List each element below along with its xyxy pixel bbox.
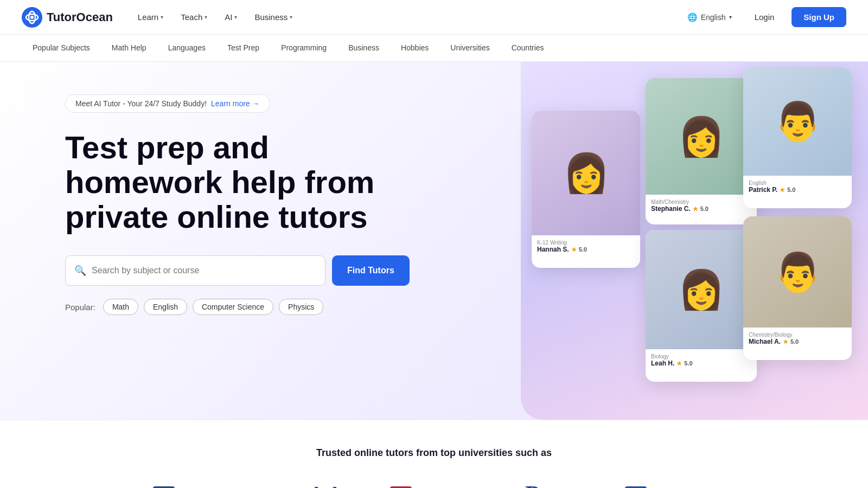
uni-logo-melbourne: 🏛 The University of MELBOURNE — [625, 486, 715, 489]
login-button[interactable]: Login — [746, 8, 783, 26]
hero-section: Meet AI Tutor - Your 24/7 Study Buddy! L… — [0, 62, 868, 420]
chevron-down-icon: ▾ — [161, 14, 163, 20]
popular-label: Popular: — [65, 303, 95, 312]
signup-button[interactable]: Sign Up — [792, 7, 846, 27]
uni-logo-penn: Penn UNIVERSITY OF PENNSYLVANIA — [510, 480, 592, 488]
hero-title: Test prep and homework help from private… — [65, 130, 401, 234]
tutor-badge-hannah: K-12 Writing Hannah S. ★ 5.0 — [532, 235, 640, 258]
tutor-photo-leah: 👩 — [646, 230, 757, 349]
subnav-business[interactable]: Business — [337, 35, 390, 62]
tutor-card-stephanie: 👩 Math/Chemistry Stephanie C. ★ 5.0 — [646, 78, 757, 224]
tutor-cards-area: 👩 K-12 Writing Hannah S. ★ 5.0 👩 Math/Ch… — [521, 62, 868, 420]
chevron-down-icon: ▾ — [234, 14, 237, 20]
tutor-badge-stephanie: Math/Chemistry Stephanie C. ★ 5.0 — [646, 195, 757, 217]
tutor-photo-stephanie: 👩 — [646, 78, 757, 195]
tutor-name-michael: Michael A. ★ 5.0 — [749, 338, 846, 345]
uni-logo-berkeley: Berkeley UNIVERSITY OF CALIFORNIA — [283, 484, 357, 489]
universities-title: Trusted online tutors from top universit… — [22, 447, 846, 459]
berkeley-main: Berkeley — [283, 484, 357, 489]
logo-icon — [22, 7, 42, 28]
uni-logos-row: U University of TORONTO Berkeley UNIVERS… — [22, 480, 846, 488]
chevron-down-icon: ▾ — [729, 14, 732, 20]
tutor-badge-leah: Biology Leah H. ★ 5.0 — [646, 349, 757, 371]
ai-banner-text: Meet AI Tutor - Your 24/7 Study Buddy! — [75, 99, 207, 108]
ai-banner-link[interactable]: Learn more → — [211, 99, 259, 108]
search-input[interactable] — [92, 266, 316, 275]
tutor-photo-michael: 👨 — [743, 216, 852, 328]
tutor-subject-stephanie: Math/Chemistry — [651, 199, 751, 205]
tutor-name-hannah: Hannah S. ★ 5.0 — [537, 246, 635, 253]
popular-tag-math[interactable]: Math — [103, 299, 138, 315]
chevron-down-icon: ▾ — [205, 14, 207, 20]
subnav-hobbies[interactable]: Hobbies — [390, 35, 439, 62]
language-selector[interactable]: 🌐 English ▾ — [682, 9, 737, 25]
tutor-badge-patrick: English Patrick P. ★ 5.0 — [743, 176, 852, 198]
tutor-subject-hannah: K-12 Writing — [537, 240, 635, 246]
tutor-card-hannah: 👩 K-12 Writing Hannah S. ★ 5.0 — [532, 111, 640, 268]
search-row: 🔍 Find Tutors — [65, 255, 423, 286]
chevron-down-icon: ▾ — [290, 14, 292, 20]
toronto-icon: U — [153, 486, 175, 489]
svg-point-3 — [30, 16, 34, 19]
subnav-programming[interactable]: Programming — [270, 35, 337, 62]
cambridge-icon: ⚜ — [390, 486, 412, 489]
tutor-photo-hannah: 👩 — [532, 111, 640, 235]
logo[interactable]: TutorOcean — [22, 7, 113, 28]
tutor-subject-michael: Chemistry/Biology — [749, 332, 846, 338]
tutor-subject-leah: Biology — [651, 354, 751, 359]
tutor-card-patrick: 👨 English Patrick P. ★ 5.0 — [743, 67, 852, 208]
popular-tag-english[interactable]: English — [144, 299, 187, 315]
penn-main: Penn — [510, 480, 592, 488]
subnav-universities[interactable]: Universities — [439, 35, 500, 62]
universities-section: Trusted online tutors from top universit… — [0, 420, 868, 488]
globe-icon: 🌐 — [687, 12, 698, 22]
tutor-name-stephanie: Stephanie C. ★ 5.0 — [651, 205, 751, 213]
star-icon: ★ — [780, 187, 785, 194]
melbourne-icon: 🏛 — [625, 486, 647, 489]
search-icon: 🔍 — [74, 265, 86, 277]
star-icon: ★ — [676, 360, 682, 367]
logo-text: TutorOcean — [47, 10, 113, 24]
nav-ai[interactable]: AI ▾ — [217, 8, 245, 26]
tutor-badge-michael: Chemistry/Biology Michael A. ★ 5.0 — [743, 328, 852, 350]
sub-nav: Popular Subjects Math Help Languages Tes… — [0, 35, 868, 62]
subnav-test-prep[interactable]: Test Prep — [216, 35, 270, 62]
nav-teach[interactable]: Teach ▾ — [173, 8, 215, 26]
tutor-card-leah: 👩 Biology Leah H. ★ 5.0 — [646, 230, 757, 382]
star-icon: ★ — [783, 338, 788, 345]
popular-tag-cs[interactable]: Computer Science — [193, 299, 273, 315]
subnav-countries[interactable]: Countries — [501, 35, 555, 62]
nav-learn[interactable]: Learn ▾ — [130, 8, 171, 26]
subnav-math-help[interactable]: Math Help — [101, 35, 157, 62]
tutor-name-patrick: Patrick P. ★ 5.0 — [749, 186, 846, 194]
search-box: 🔍 — [65, 255, 326, 286]
star-icon: ★ — [693, 206, 698, 213]
hero-content: Meet AI Tutor - Your 24/7 Study Buddy! L… — [0, 62, 445, 348]
popular-tag-physics[interactable]: Physics — [279, 299, 323, 315]
main-nav: Learn ▾ Teach ▾ AI ▾ Business ▾ — [130, 8, 682, 26]
tutor-photo-patrick: 👨 — [743, 67, 852, 176]
find-tutors-button[interactable]: Find Tutors — [332, 255, 410, 286]
header-right: 🌐 English ▾ Login Sign Up — [682, 7, 846, 27]
uni-logo-toronto: U University of TORONTO — [153, 486, 250, 489]
nav-business[interactable]: Business ▾ — [247, 8, 300, 26]
tutor-card-michael: 👨 Chemistry/Biology Michael A. ★ 5.0 — [743, 216, 852, 360]
header: TutorOcean Learn ▾ Teach ▾ AI ▾ Business… — [0, 0, 868, 35]
ai-banner: Meet AI Tutor - Your 24/7 Study Buddy! L… — [65, 94, 270, 113]
uni-logo-cambridge: ⚜ University of CAMBRIDGE — [390, 486, 477, 489]
subnav-languages[interactable]: Languages — [157, 35, 216, 62]
tutor-subject-patrick: English — [749, 180, 846, 186]
popular-row: Popular: Math English Computer Science P… — [65, 299, 423, 315]
tutor-name-leah: Leah H. ★ 5.0 — [651, 359, 751, 367]
star-icon: ★ — [571, 246, 577, 253]
subnav-popular-subjects[interactable]: Popular Subjects — [22, 35, 101, 62]
